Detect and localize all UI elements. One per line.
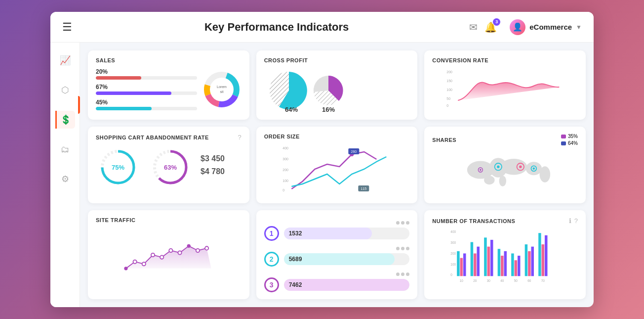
svg-point-43 (519, 166, 522, 168)
svg-point-54 (178, 251, 181, 254)
sidebar-item-layers[interactable]: 🗂 (56, 140, 74, 158)
svg-text:200: 200 (447, 70, 453, 74)
sidebar-item-chart[interactable]: 📈 (56, 51, 74, 69)
cart-val-1: $3 450 (201, 154, 242, 163)
shares-title: SHARES (432, 137, 456, 143)
ring-1: 75% (96, 145, 140, 189)
rank-dots-1 (264, 221, 410, 225)
rank-bar-fill-1: 1532 (284, 228, 372, 239)
cart-values: $3 450 $4 780 (201, 154, 242, 180)
svg-rect-87 (531, 247, 534, 276)
svg-rect-85 (525, 244, 528, 276)
cart-help-icon[interactable]: ? (238, 134, 241, 141)
sidebar-item-settings[interactable]: ⚙ (56, 170, 74, 188)
svg-text:400: 400 (282, 146, 288, 150)
conversion-chart: 200 150 100 50 0 (432, 68, 578, 108)
transactions-header: NUMBER OF TRANSACTIONS ℹ ? (432, 217, 578, 225)
sales-content: 20% 67% 45% (96, 68, 242, 110)
rank-bar-track-3: 7462 (284, 279, 410, 291)
svg-rect-74 (474, 253, 477, 276)
svg-rect-82 (511, 253, 514, 276)
email-button[interactable]: ✉ (469, 21, 478, 33)
svg-point-50 (142, 262, 146, 266)
traffic-chart (96, 228, 242, 277)
ring-chart-1: 75% (96, 145, 140, 189)
svg-text:260: 260 (351, 150, 357, 153)
bar-row-3: 45% (96, 99, 197, 110)
legend-dot-1 (561, 135, 566, 138)
ranked-list-card: 1 1532 2 (256, 210, 418, 299)
rank-row-3: 3 7462 (264, 277, 410, 292)
svg-text:60: 60 (527, 279, 531, 282)
svg-text:Lorem: Lorem (217, 85, 227, 89)
transactions-icons: ℹ ? (569, 217, 578, 225)
svg-text:100: 100 (447, 88, 453, 91)
bar-label-1: 20% (96, 68, 197, 75)
cart-val-2: $4 780 (201, 167, 242, 176)
dot (396, 273, 400, 276)
sidebar-item-dollar[interactable]: 💲 (55, 111, 75, 129)
svg-text:100: 100 (451, 263, 456, 266)
bar-track-3 (96, 107, 197, 110)
user-menu[interactable]: 👤 eCommerce ▼ (510, 19, 582, 35)
sidebar: 📈 ⬡ 💲 🗂 ⚙ (50, 43, 80, 307)
order-size-card: ORDER SIZE 400 300 200 100 0 260 (256, 127, 418, 203)
transactions-title: NUMBER OF TRANSACTIONS (432, 218, 515, 224)
svg-rect-73 (471, 242, 474, 276)
rank-bar-track-1: 1532 (284, 228, 410, 239)
svg-point-47 (480, 169, 482, 171)
svg-text:30: 30 (487, 279, 491, 282)
shopping-cart-card: SHOPPING CART ABANDONMENT RATE ? 75% (88, 127, 249, 203)
svg-text:64%: 64% (285, 106, 298, 113)
dot (401, 273, 404, 276)
svg-point-51 (151, 253, 155, 257)
sales-bars: 20% 67% 45% (96, 68, 197, 110)
transactions-card: NUMBER OF TRANSACTIONS ℹ ? 400 300 200 1… (424, 210, 586, 299)
svg-text:100: 100 (282, 179, 288, 182)
cross-profit-card: CROSS PROFIT 64% (256, 50, 418, 120)
dot (406, 221, 409, 225)
svg-rect-75 (477, 247, 480, 276)
svg-point-45 (533, 168, 535, 170)
rank-bar-fill-3: 7462 (284, 279, 410, 291)
bar-track-2 (96, 91, 197, 95)
legend-dot-2 (561, 141, 566, 145)
menu-button[interactable]: ☰ (62, 21, 72, 34)
svg-point-37 (540, 166, 551, 182)
transactions-info-icon[interactable]: ℹ (569, 217, 571, 225)
cross-profit-chart: 64% 16% (264, 68, 353, 113)
avatar: 👤 (510, 19, 525, 35)
svg-rect-89 (542, 244, 545, 276)
svg-rect-70 (457, 251, 460, 276)
svg-rect-81 (504, 251, 507, 276)
svg-text:400: 400 (451, 230, 456, 233)
svg-point-49 (133, 260, 137, 264)
transactions-help-icon[interactable]: ? (574, 217, 578, 225)
dot (396, 221, 400, 225)
bell-button[interactable]: 🔔 3 (484, 21, 497, 33)
svg-text:0: 0 (447, 104, 449, 107)
user-name-label: eCommerce (529, 23, 572, 31)
sidebar-item-cube[interactable]: ⬡ (56, 81, 74, 99)
order-size-title: ORDER SIZE (264, 134, 410, 139)
svg-point-53 (169, 249, 172, 252)
header: ☰ Key Performance Indicators ✉ 🔔 3 👤 eCo… (50, 12, 594, 43)
svg-rect-78 (490, 240, 493, 276)
svg-text:200: 200 (282, 168, 288, 172)
dot (396, 247, 400, 250)
legend-item-2: 64% (561, 140, 578, 146)
legend-item-1: 35% (561, 134, 578, 139)
dot (406, 273, 409, 276)
svg-text:75%: 75% (112, 164, 124, 171)
bar-fill-2 (96, 91, 171, 95)
svg-rect-71 (460, 258, 463, 276)
transactions-chart: 400 300 200 100 0 10 20 30 40 50 60 70 (432, 228, 578, 283)
dot (401, 221, 404, 225)
rank-row-1: 1 1532 (264, 226, 410, 241)
donut-chart: Lorem sit (202, 70, 242, 109)
svg-rect-84 (518, 256, 521, 276)
svg-rect-79 (498, 249, 501, 276)
header-icons: ✉ 🔔 3 👤 eCommerce ▼ (469, 19, 582, 35)
cart-header: SHOPPING CART ABANDONMENT RATE ? (96, 134, 242, 141)
svg-text:63%: 63% (164, 164, 177, 171)
